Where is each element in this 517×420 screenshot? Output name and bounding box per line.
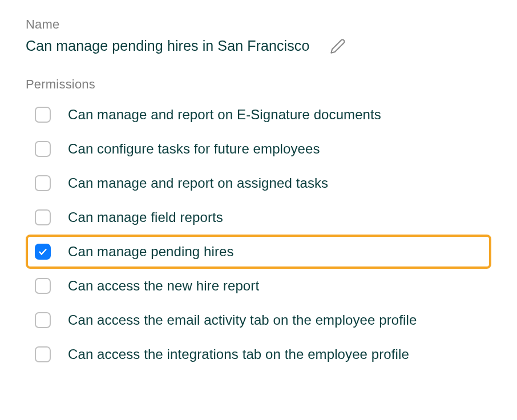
permissions-list: Can manage and report on E-Signature doc… [26,98,491,371]
permission-checkbox[interactable] [35,244,51,260]
edit-pencil-icon[interactable] [330,38,346,54]
permission-label[interactable]: Can manage pending hires [68,244,234,260]
permission-label[interactable]: Can manage and report on E-Signature doc… [68,107,381,123]
permission-row: Can manage pending hires [26,235,491,269]
permission-row: Can manage field reports [26,200,491,235]
permission-label[interactable]: Can manage field reports [68,209,223,225]
permission-checkbox[interactable] [35,141,51,157]
permission-checkbox[interactable] [35,346,51,362]
permission-label[interactable]: Can access the email activity tab on the… [68,312,417,328]
name-section: Name Can manage pending hires in San Fra… [26,17,491,54]
permission-checkbox[interactable] [35,312,51,328]
permission-label[interactable]: Can configure tasks for future employees [68,141,320,157]
permission-checkbox[interactable] [35,209,51,225]
name-row: Can manage pending hires in San Francisc… [26,38,491,54]
permission-row: Can manage and report on E-Signature doc… [26,98,491,132]
permissions-label: Permissions [26,77,491,92]
permission-label[interactable]: Can manage and report on assigned tasks [68,175,328,191]
permission-label[interactable]: Can access the new hire report [68,278,259,294]
name-label: Name [26,17,491,32]
permission-checkbox[interactable] [35,175,51,191]
permission-row: Can access the email activity tab on the… [26,303,491,337]
permission-row: Can access the integrations tab on the e… [26,337,491,371]
name-value: Can manage pending hires in San Francisc… [26,38,309,54]
permission-checkbox[interactable] [35,107,51,123]
permissions-section: Permissions Can manage and report on E-S… [26,77,491,371]
permission-checkbox[interactable] [35,278,51,294]
permission-row: Can manage and report on assigned tasks [26,166,491,200]
permission-row: Can configure tasks for future employees [26,132,491,166]
permission-label[interactable]: Can access the integrations tab on the e… [68,346,409,362]
permission-row: Can access the new hire report [26,269,491,303]
